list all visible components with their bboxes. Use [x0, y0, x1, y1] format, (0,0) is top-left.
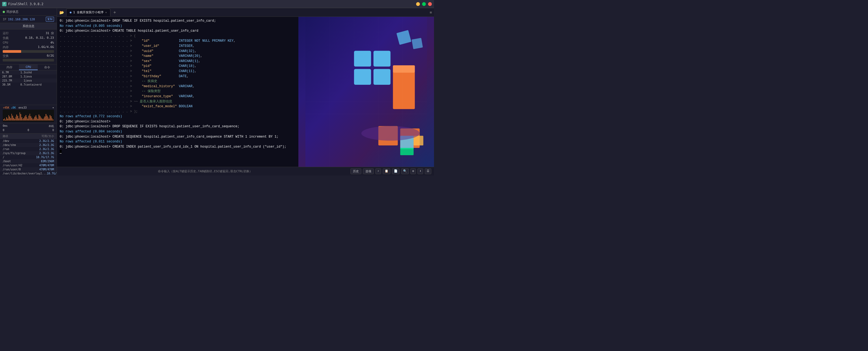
mem-value: 1.6G/4.6G: [38, 45, 54, 49]
svg-rect-6: [393, 65, 415, 73]
spark-bar: [4, 118, 5, 120]
ip-value: 192.168.200.128: [8, 17, 44, 21]
clipboard-icon-button[interactable]: 📋: [383, 169, 390, 174]
deco-svg: [299, 17, 434, 167]
file-icon-button[interactable]: 📄: [392, 169, 400, 174]
swap-value: 0/2G: [47, 54, 54, 58]
proc-mem-1: 287.8M: [2, 75, 17, 78]
term-line-22: No rows affected (0.004 seconds): [60, 129, 296, 134]
bottom-hint: 命令输入（按ALT键提示历史,TAB键路径,ESC键返回,双击CTRL切换）: [60, 169, 350, 173]
copy-ip-button[interactable]: 复制: [46, 17, 54, 22]
term-line-9: . . . . . . . . . . . . . . . . . . > "p…: [60, 64, 296, 69]
disk-size-4: 10.7G/17.7G: [36, 156, 54, 159]
disk-header: 路径 可用/大小: [0, 134, 57, 139]
tab-command[interactable]: 命令: [38, 65, 57, 70]
net-iface: ens33: [18, 106, 51, 109]
swap-label: 交换: [3, 54, 9, 58]
mem-progress-wrap: [3, 50, 54, 53]
spark-bar: [22, 117, 22, 120]
tab-memory[interactable]: 内存: [0, 65, 19, 70]
tab-label: 1 全栈开发医疗小程序: [73, 10, 104, 14]
spark-bar: [27, 117, 27, 120]
ip-label: IP: [3, 17, 6, 21]
disk-size-7: 470M/470M: [39, 168, 54, 171]
spark-bar: [52, 118, 53, 120]
menu-icon-button[interactable]: ☰: [425, 169, 431, 174]
settings-icon-button[interactable]: ⚙: [410, 169, 416, 174]
split-view-button[interactable]: ⊞: [429, 10, 433, 15]
disk-row: /dev/shm 2.3G/2.3G: [0, 143, 57, 147]
spark-bar: [31, 118, 32, 120]
spark-bar: [33, 119, 33, 120]
net-row: ↑45K ↓8K ens33 ▾: [3, 106, 54, 109]
download-icon-button[interactable]: ⬇: [417, 169, 423, 174]
term-line-25: 0: jdbc:phoenix:localhost> CREATE INDEX …: [60, 144, 296, 149]
disk-path-5: /boot: [3, 160, 41, 163]
spark-bar: [24, 116, 25, 120]
add-tab-button[interactable]: +: [112, 9, 118, 16]
sparkline: [3, 110, 54, 120]
term-line-24: No rows affected (0.011 seconds): [60, 139, 296, 144]
latency-val-1: 0: [27, 129, 29, 132]
search-icon-button[interactable]: 🔍: [401, 169, 409, 174]
spark-bar: [35, 115, 36, 120]
sys-info-title: 系统信息: [0, 23, 57, 30]
spark-bar: [37, 119, 38, 120]
tab-bar: 📂 ● 1 全栈开发医疗小程序 ✕ + ⊞: [57, 8, 434, 17]
proc-name-1: java: [25, 75, 55, 78]
disk-row: /var/lib/docker/overlay2... 10.7G/17.7G: [0, 171, 57, 176]
network-section: ↑45K ↓8K ens33 ▾: [0, 105, 57, 123]
maximize-button[interactable]: [422, 2, 426, 6]
close-button[interactable]: [428, 2, 432, 6]
sync-label: 同步状态: [6, 10, 19, 14]
bottom-buttons: 历史 选项 ⚡ 📋 📄 🔍 ⚙ ⬇ ☰: [350, 169, 431, 174]
cpu-label: CPU: [3, 41, 8, 44]
term-line-20: 0: jdbc:phoenix:localhost>: [60, 119, 296, 124]
spark-bar: [16, 114, 17, 120]
mem-row: 内存 1.6G/4.6G: [3, 45, 54, 49]
spark-bar: [50, 115, 51, 120]
terminal-tab-active[interactable]: ● 1 全栈开发医疗小程序 ✕: [66, 9, 111, 16]
spark-bar: [12, 116, 13, 120]
term-line-0: 0: jdbc:phoenix:localhost> DROP TABLE IF…: [60, 19, 296, 24]
proc-mem-3: 30.5M: [2, 83, 17, 86]
spark-bar: [10, 118, 11, 120]
disk-header-size: 可用/大小: [41, 134, 54, 138]
disk-row: /run 2.3G/2.3G: [0, 147, 57, 151]
disk-path-6: /run/user/42: [3, 164, 39, 167]
minimize-button[interactable]: [416, 2, 420, 6]
net-graph: [3, 110, 54, 122]
spark-bar: [30, 114, 30, 120]
lightning-icon-button[interactable]: ⚡: [375, 169, 381, 174]
terminal-output[interactable]: 0: jdbc:phoenix:localhost> DROP TABLE IF…: [57, 17, 299, 167]
disk-path-1: /dev/shm: [3, 144, 39, 146]
terminal[interactable]: 0: jdbc:phoenix:localhost> DROP TABLE IF…: [57, 17, 434, 167]
terminal-area: 📂 ● 1 全栈开发医疗小程序 ✕ + ⊞ 0: jdbc:phoenix:lo…: [57, 8, 434, 176]
spark-bar: [44, 118, 44, 120]
disk-size-6: 470M/470M: [39, 164, 54, 167]
proc-mem-0: 6.7M: [2, 71, 17, 74]
term-line-17: . . . . . . . . . . . . . . . . . . > "e…: [60, 104, 296, 109]
disk-row: /run/user/0 470M/470M: [0, 167, 57, 171]
term-line-21: 0: jdbc:phoenix:localhost> DROP SEQUENCE…: [60, 124, 296, 129]
net-chevron[interactable]: ▾: [52, 106, 54, 109]
history-button[interactable]: 历史: [350, 169, 361, 174]
term-line-1: No rows affected (0.005 seconds): [60, 24, 296, 29]
tab-cpu[interactable]: CPU: [19, 65, 38, 70]
spark-bar: [45, 114, 46, 120]
tab-close-button[interactable]: ✕: [105, 11, 107, 14]
folder-button[interactable]: 📂: [58, 9, 65, 16]
term-line-2: 0: jdbc:phoenix:localhost> CREATE TABLE …: [60, 29, 296, 34]
sync-status-row: 同步状态: [0, 8, 57, 16]
term-line-15: . . . . . . . . . . . . . . . . . . > "i…: [60, 94, 296, 99]
disk-path-8: /var/lib/docker/overlay2...: [3, 172, 47, 175]
proc-name-0: sshd: [25, 71, 55, 74]
term-line-10: . . . . . . . . . . . . . . . . . . > "t…: [60, 69, 296, 74]
latency-val-row: 0 0 0: [3, 129, 54, 132]
spark-bar: [19, 118, 19, 120]
spark-bar: [37, 117, 37, 120]
proc-cpu-3: 0.7: [17, 83, 25, 86]
options-button[interactable]: 选项: [363, 169, 374, 174]
disk-path-3: /sys/fs/cgroup: [3, 152, 39, 155]
spark-bar: [40, 116, 40, 120]
